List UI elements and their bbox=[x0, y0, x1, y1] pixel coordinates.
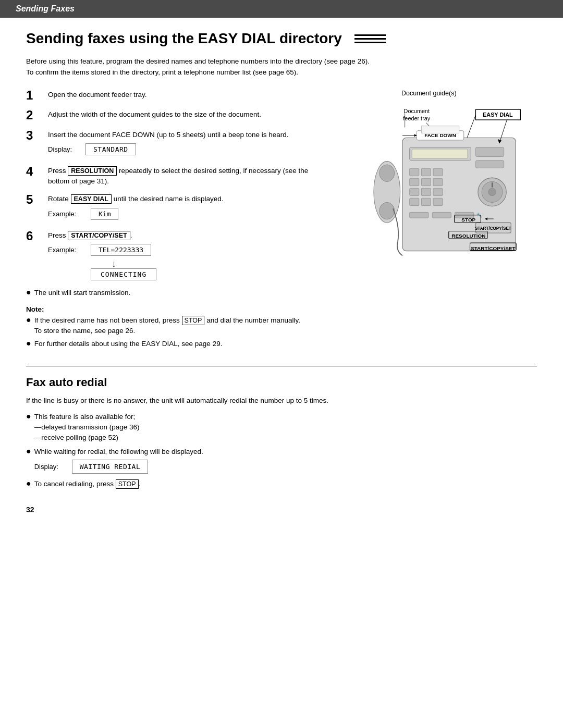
svg-rect-21 bbox=[433, 178, 443, 186]
doc-guides-label: Document guide(s) bbox=[401, 90, 457, 97]
svg-line-5 bbox=[466, 115, 475, 140]
start-copy-set-key: START/COPY/SET bbox=[68, 231, 130, 240]
svg-rect-28 bbox=[475, 147, 504, 156]
svg-text:EASY DIAL: EASY DIAL bbox=[483, 112, 513, 118]
fax-redial-section: Fax auto redial If the line is busy or t… bbox=[26, 376, 537, 490]
step6-example-row: Example: TEL=2223333 bbox=[48, 244, 328, 256]
section-divider bbox=[26, 366, 537, 366]
redial-bullet-1: ● This feature is also available for; —d… bbox=[26, 412, 537, 443]
redial-bullet-3: ● To cancel redialing, press STOP. bbox=[26, 479, 537, 489]
step5-example-row: Example: Kim bbox=[48, 208, 328, 220]
title-decoration bbox=[354, 34, 386, 43]
svg-rect-35 bbox=[432, 212, 451, 218]
fax-diagram: Document guide(s) Document feeder tray E… bbox=[339, 90, 537, 314]
svg-rect-23 bbox=[421, 188, 431, 195]
step-6: 6 Press START/COPY/SET. Example: TEL=222… bbox=[26, 230, 328, 280]
svg-rect-16 bbox=[410, 168, 419, 176]
svg-text:START/COPY/SET: START/COPY/SET bbox=[471, 245, 515, 251]
page-number: 32 bbox=[26, 505, 537, 514]
connecting-stack: ↓ CONNECTING bbox=[91, 259, 328, 280]
note-section: Note: ● If the desired name has not been… bbox=[26, 305, 328, 349]
transmission-note: ● The unit will start transmission. bbox=[26, 288, 328, 298]
step-3: 3 Insert the document FACE DOWN (up to 5… bbox=[26, 130, 328, 158]
header-label: Sending Faxes bbox=[16, 4, 75, 13]
step-4: 4 Press RESOLUTION repeatedly to select … bbox=[26, 166, 328, 187]
svg-rect-19 bbox=[410, 178, 419, 186]
stop-key-note1: STOP bbox=[182, 316, 205, 325]
note-item-1: ● If the desired name has not been store… bbox=[26, 315, 328, 337]
svg-rect-15 bbox=[412, 149, 468, 158]
note-bullets-list: ● If the desired name has not been store… bbox=[26, 315, 328, 349]
intro-text: Before using this feature, program the d… bbox=[26, 56, 381, 78]
svg-text:FACE DOWN: FACE DOWN bbox=[424, 132, 456, 138]
fax-redial-intro: If the line is busy or there is no answe… bbox=[26, 396, 391, 406]
easy-dial-key: EASY DIAL bbox=[71, 194, 112, 204]
waiting-redial-display: Display: WAITING REDIAL bbox=[34, 460, 203, 474]
svg-text:🔧: 🔧 bbox=[476, 212, 483, 218]
svg-rect-34 bbox=[410, 212, 429, 218]
svg-text:STOP: STOP bbox=[461, 217, 475, 223]
step-1: 1 Open the document feeder tray. bbox=[26, 90, 328, 102]
step-2: 2 Adjust the width of the document guide… bbox=[26, 109, 328, 122]
resolution-key: RESOLUTION bbox=[68, 166, 117, 176]
svg-text:START/COPY/SET: START/COPY/SET bbox=[475, 226, 511, 231]
note-item-2: ● For further details about using the EA… bbox=[26, 339, 328, 349]
svg-text:feeder tray: feeder tray bbox=[403, 115, 430, 121]
svg-rect-29 bbox=[475, 161, 504, 168]
step-5: 5 Rotate EASY DIAL until the desired nam… bbox=[26, 194, 328, 223]
svg-rect-25 bbox=[410, 198, 419, 205]
two-col-layout: 1 Open the document feeder tray. 2 Adjus… bbox=[26, 90, 537, 351]
main-content: Sending faxes using the EASY DIAL direct… bbox=[0, 18, 563, 529]
svg-rect-18 bbox=[433, 168, 443, 176]
step3-display-row: Display: STANDARD bbox=[48, 143, 328, 155]
svg-rect-24 bbox=[433, 188, 443, 195]
steps-column: 1 Open the document feeder tray. 2 Adjus… bbox=[26, 90, 328, 351]
fax-machine-svg: Document feeder tray EASY DIAL bbox=[339, 100, 537, 298]
svg-rect-20 bbox=[421, 178, 431, 186]
svg-point-32 bbox=[488, 188, 496, 195]
svg-rect-26 bbox=[421, 198, 431, 205]
svg-rect-27 bbox=[433, 198, 443, 205]
redial-bullet-2: ● While waiting for redial, the followin… bbox=[26, 447, 537, 477]
header-bar: Sending Faxes bbox=[0, 0, 563, 18]
fax-redial-bullets: ● This feature is also available for; —d… bbox=[26, 412, 537, 490]
page-title: Sending faxes using the EASY DIAL direct… bbox=[26, 30, 537, 47]
svg-rect-22 bbox=[410, 188, 419, 195]
svg-rect-13 bbox=[421, 126, 459, 133]
svg-point-9 bbox=[380, 202, 395, 219]
svg-marker-49 bbox=[414, 134, 417, 137]
stop-key-redial: STOP bbox=[116, 479, 139, 489]
svg-rect-17 bbox=[421, 168, 431, 176]
svg-text:Document: Document bbox=[404, 108, 430, 114]
svg-point-8 bbox=[380, 165, 395, 182]
diagram-column: Document guide(s) Document feeder tray E… bbox=[339, 90, 537, 314]
svg-text:RESOLUTION: RESOLUTION bbox=[451, 233, 485, 239]
fax-redial-title: Fax auto redial bbox=[26, 376, 537, 389]
